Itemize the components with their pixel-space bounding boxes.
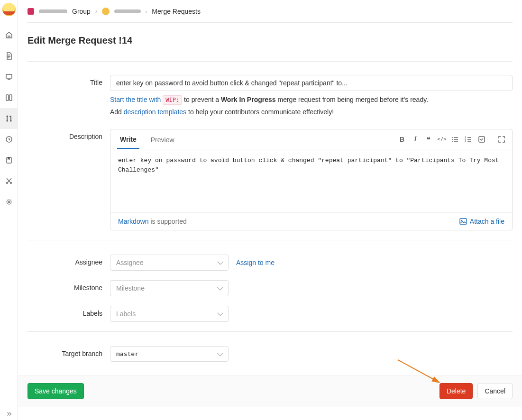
svg-point-5 [10, 120, 11, 122]
svg-point-3 [6, 116, 8, 117]
template-hint: Add description templates to help your c… [110, 108, 513, 116]
delete-button[interactable]: Delete [440, 383, 473, 399]
wip-hint: Start the title with WIP: to prevent a W… [110, 96, 513, 103]
app-logo[interactable] [2, 3, 16, 16]
svg-point-11 [452, 137, 453, 138]
labels-row: Labels Labels [27, 306, 513, 322]
numbered-list-icon[interactable]: 123 [465, 136, 472, 143]
action-bar: Save changes Delete Cancel [18, 375, 522, 407]
image-icon [459, 218, 467, 225]
cancel-button[interactable]: Cancel [477, 383, 513, 399]
svg-rect-18 [460, 219, 467, 224]
description-templates-link[interactable]: description templates [124, 108, 186, 116]
nav-panels[interactable] [0, 87, 18, 108]
description-editor: Write Preview B I ❝ </> 123 [110, 129, 513, 230]
target-branch-row: Target branch master [27, 346, 513, 362]
svg-rect-1 [6, 95, 9, 100]
merge-request-icon [5, 115, 13, 122]
assignee-label: Assignee [27, 255, 110, 271]
nav-wiki[interactable] [0, 150, 18, 171]
sidebar-collapse[interactable] [0, 407, 18, 420]
bullet-list-icon[interactable] [451, 136, 459, 143]
svg-rect-2 [9, 95, 12, 100]
svg-text:3: 3 [465, 139, 466, 142]
nav-home[interactable] [0, 25, 18, 46]
project-avatar-icon[interactable] [102, 8, 110, 15]
group-badge-icon[interactable] [27, 8, 34, 15]
description-textarea[interactable] [110, 149, 512, 211]
nav-merge-requests[interactable] [0, 108, 18, 129]
breadcrumbs: Group › › Merge Requests [27, 0, 513, 23]
target-branch-dropdown[interactable]: master [110, 346, 229, 362]
edit-form: Title Start the title with WIP: to preve… [27, 62, 513, 362]
labels-dropdown[interactable]: Labels [110, 306, 229, 322]
gear-icon [5, 198, 13, 206]
editor-tabs: Write Preview B I ❝ </> 123 [110, 129, 512, 149]
book-icon [5, 156, 13, 164]
editor-footer: Markdown is supported Attach a file [110, 212, 512, 230]
milestone-label: Milestone [27, 280, 110, 296]
crumb-group-name[interactable] [39, 9, 67, 13]
nav-files[interactable] [0, 46, 18, 66]
description-label: Description [27, 129, 110, 230]
milestone-dropdown[interactable]: Milestone [110, 280, 229, 296]
fullscreen-icon[interactable] [498, 136, 505, 143]
task-list-icon[interactable] [478, 136, 485, 143]
assignee-row: Assignee Assignee Assign to me [27, 255, 513, 271]
nav-settings[interactable] [0, 192, 18, 212]
save-button[interactable]: Save changes [27, 383, 84, 399]
attach-file[interactable]: Attach a file [459, 218, 504, 225]
monitor-icon [5, 73, 13, 81]
assignee-dropdown[interactable]: Assignee [110, 255, 229, 271]
breadcrumb-separator: › [95, 9, 97, 14]
home-icon [5, 31, 13, 39]
italic-icon[interactable]: I [412, 136, 419, 143]
nav-pipelines[interactable] [0, 129, 18, 150]
editor-toolbar: B I ❝ </> 123 [398, 136, 505, 143]
panels-icon [5, 94, 13, 101]
quote-icon[interactable]: ❝ [425, 136, 432, 143]
scissors-icon [5, 177, 13, 185]
document-icon [5, 52, 13, 60]
nav-snippets[interactable] [0, 171, 18, 192]
title-label: Title [27, 75, 110, 116]
code-icon[interactable]: </> [438, 136, 446, 143]
crumb-project-name[interactable] [114, 9, 141, 13]
target-branch-label: Target branch [27, 346, 110, 362]
title-row: Title Start the title with WIP: to preve… [27, 75, 513, 116]
sidebar [0, 0, 18, 420]
svg-point-4 [6, 120, 8, 122]
assign-to-me-link[interactable]: Assign to me [236, 259, 275, 266]
svg-point-19 [461, 220, 463, 221]
svg-point-10 [8, 201, 10, 203]
crumb-group-suffix[interactable]: Group [72, 8, 91, 15]
description-row: Description Write Preview B I ❝ </> [27, 129, 513, 230]
crumb-merge-requests[interactable]: Merge Requests [152, 8, 201, 15]
tab-preview[interactable]: Preview [148, 130, 177, 148]
markdown-link[interactable]: Markdown [118, 218, 149, 225]
wip-code: WIP: [163, 95, 182, 105]
page-title: Edit Merge Request !14 [27, 23, 513, 62]
attach-file-label: Attach a file [470, 218, 504, 225]
divider [27, 331, 513, 332]
title-input[interactable] [110, 75, 513, 91]
nav-monitor[interactable] [0, 66, 18, 87]
labels-label: Labels [27, 306, 110, 322]
wip-link[interactable]: Start the title with [110, 96, 163, 103]
markdown-supported: Markdown is supported [118, 218, 187, 225]
bold-icon[interactable]: B [398, 136, 406, 143]
milestone-row: Milestone Milestone [27, 280, 513, 296]
svg-point-12 [452, 139, 453, 140]
svg-point-13 [452, 141, 453, 142]
divider [27, 240, 513, 240]
tab-write[interactable]: Write [117, 130, 139, 149]
chevron-double-right-icon [6, 411, 12, 417]
clock-icon [5, 136, 13, 143]
svg-rect-0 [6, 74, 12, 78]
breadcrumb-separator: › [146, 9, 147, 14]
main-content: Group › › Merge Requests Edit Merge Requ… [18, 0, 522, 420]
